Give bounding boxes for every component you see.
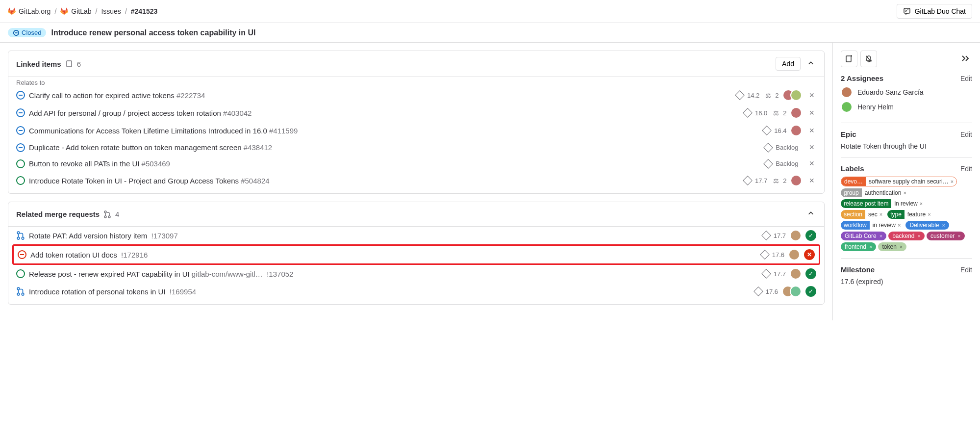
svg-point-9 [22, 237, 24, 239]
add-todo-button[interactable] [841, 51, 857, 67]
breadcrumb: GitLab.org / GitLab / Issues / #241523 [8, 7, 157, 15]
label[interactable]: Deliverable × [905, 221, 949, 230]
avatar[interactable] [790, 230, 802, 241]
label-remove-icon[interactable]: × [928, 211, 930, 217]
related-mrs-title: Related merge requests 4 [16, 210, 119, 218]
label-remove-icon[interactable]: × [957, 233, 960, 239]
label[interactable]: customer × [927, 232, 965, 240]
mr-title[interactable]: Release post - renew expired PAT capabil… [29, 270, 293, 278]
avatar[interactable] [790, 268, 802, 280]
label[interactable]: token × [878, 242, 906, 251]
labels-edit[interactable]: Edit [960, 165, 972, 173]
label-remove-icon[interactable]: × [879, 233, 882, 239]
remove-link-button[interactable]: × [807, 176, 816, 186]
label[interactable]: typefeature × [887, 210, 933, 219]
milestone-value: Backlog [776, 160, 798, 167]
avatar[interactable] [788, 249, 800, 261]
milestone-value: 17.6 [766, 288, 778, 295]
mr-row: Introduce rotation of personal tokens in… [8, 283, 824, 300]
remove-link-button[interactable]: × [807, 158, 816, 169]
sidebar-collapse-button[interactable] [959, 53, 972, 65]
assignee-name: Henry Helm [857, 103, 894, 111]
avatar[interactable] [790, 89, 802, 101]
milestone-icon [762, 126, 772, 135]
label-remove-icon[interactable]: × [903, 190, 906, 196]
collapse-button[interactable] [805, 208, 816, 220]
linked-item-row: Communications for Access Token Lifetime… [8, 122, 824, 139]
weight-icon: ⚖ [773, 109, 779, 117]
issue-closed-icon [16, 126, 25, 135]
epic-icon [65, 60, 73, 68]
assignees-edit[interactable]: Edit [960, 75, 972, 82]
linked-item-title[interactable]: Introduce Rotate Token in UI - Project a… [29, 177, 270, 185]
label-remove-icon[interactable]: × [869, 244, 872, 250]
breadcrumb-project[interactable]: GitLab [60, 7, 91, 15]
label-remove-icon[interactable]: × [900, 244, 903, 250]
linked-item-title[interactable]: Add API for personal / group / project a… [29, 109, 251, 117]
label[interactable]: devo…software supply chain securi… × [841, 177, 957, 186]
linked-item-title[interactable]: Clarify call to action for expired activ… [29, 91, 205, 100]
label-remove-icon[interactable]: × [918, 233, 921, 239]
mr-title[interactable]: Add token rotation UI docs !172916 [30, 251, 148, 259]
label-remove-icon[interactable]: × [879, 211, 882, 217]
mr-title[interactable]: Rotate PAT: Add version history item !17… [29, 232, 178, 240]
label[interactable]: release post itemin review × [841, 199, 926, 208]
label-remove-icon[interactable]: × [951, 179, 954, 184]
milestone-edit[interactable]: Edit [960, 266, 972, 274]
linked-item-title[interactable]: Duplicate - Add token rotate button on t… [29, 143, 272, 152]
status-badge: Closed [8, 28, 46, 37]
notifications-button[interactable] [860, 51, 877, 67]
label[interactable]: sectionsec × [841, 210, 885, 219]
breadcrumb-issues[interactable]: Issues [101, 7, 121, 15]
milestone-icon [763, 159, 773, 169]
label-remove-icon[interactable]: × [898, 222, 901, 228]
label-remove-icon[interactable]: × [920, 201, 923, 207]
linked-item-title[interactable]: Button to revoke all PATs in the UI #503… [29, 159, 170, 168]
collapse-button[interactable] [805, 58, 816, 70]
avatar[interactable] [790, 125, 802, 136]
gitlab-icon [60, 7, 68, 15]
milestone-title: Milestone [841, 265, 875, 274]
milestone-icon [760, 250, 770, 260]
pipeline-passed-icon[interactable]: ✓ [805, 286, 816, 297]
avatar[interactable] [790, 286, 802, 297]
assignee-row[interactable]: Henry Helm [841, 101, 972, 113]
label[interactable]: GitLab Core × [841, 232, 886, 240]
add-button[interactable]: Add [776, 57, 801, 71]
linked-item-title[interactable]: Communications for Access Token Lifetime… [29, 127, 298, 135]
remove-link-button[interactable]: × [807, 90, 816, 101]
pipeline-failed-icon[interactable]: ✕ [804, 249, 815, 260]
avatar[interactable] [790, 175, 802, 186]
mr-open-icon [16, 269, 25, 278]
assignees-block: 2 Assignees Edit Eduardo Sanz GarcíaHenr… [841, 74, 972, 123]
issue-closed-icon [16, 143, 25, 152]
milestone-value: 17.6 [772, 251, 784, 259]
epic-value[interactable]: Rotate Token through the UI [841, 142, 972, 150]
label[interactable]: groupauthentication × [841, 188, 909, 197]
svg-point-6 [108, 216, 110, 218]
epic-edit[interactable]: Edit [960, 130, 972, 138]
svg-rect-2 [15, 32, 17, 33]
assignee-row[interactable]: Eduardo Sanz García [841, 86, 972, 98]
svg-rect-13 [846, 56, 851, 62]
linked-item-row: Button to revoke all PATs in the UI #503… [8, 156, 824, 172]
milestone-icon [761, 269, 771, 279]
remove-link-button[interactable]: × [807, 142, 816, 153]
pipeline-passed-icon[interactable]: ✓ [805, 268, 816, 279]
mr-title[interactable]: Introduce rotation of personal tokens in… [29, 287, 196, 296]
duo-chat-button[interactable]: GitLab Duo Chat [897, 4, 972, 19]
pipeline-passed-icon[interactable]: ✓ [805, 230, 816, 241]
label[interactable]: workflowin review × [841, 221, 904, 230]
issue-closed-icon [16, 91, 25, 100]
mr-row: Release post - renew expired PAT capabil… [8, 265, 824, 283]
label[interactable]: backend × [888, 232, 925, 240]
label-remove-icon[interactable]: × [942, 222, 945, 228]
label[interactable]: frontend × [841, 242, 876, 251]
remove-link-button[interactable]: × [807, 108, 816, 118]
mr-closed-icon [18, 250, 26, 259]
avatar[interactable] [790, 107, 802, 119]
issue-closed-icon [16, 108, 25, 117]
milestone-value[interactable]: 17.6 (expired) [841, 278, 972, 286]
breadcrumb-org[interactable]: GitLab.org [8, 7, 50, 15]
remove-link-button[interactable]: × [807, 126, 816, 136]
